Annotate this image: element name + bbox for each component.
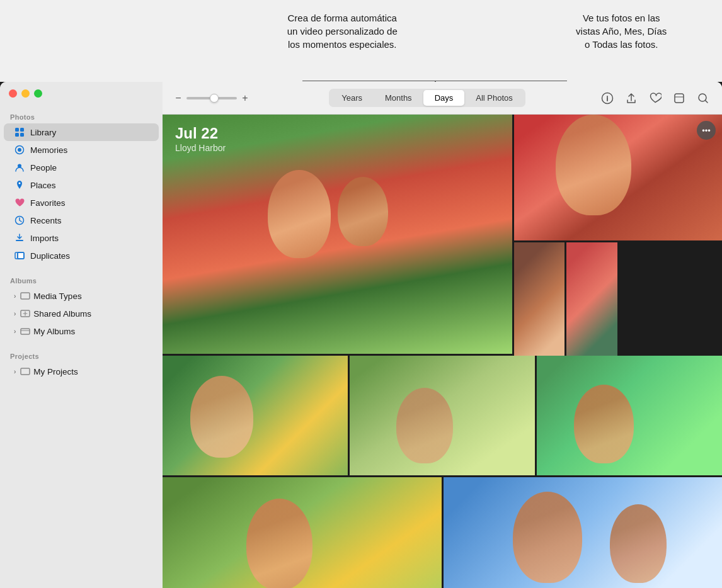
chevron-icon: › xyxy=(14,368,16,375)
day-date: Jul 22 xyxy=(175,125,226,143)
day-location: Lloyd Harbor xyxy=(175,143,226,153)
photos-section-label: Photos xyxy=(0,107,163,123)
day-header: Jul 22 Lloyd Harbor xyxy=(175,125,226,153)
duplicates-icon xyxy=(14,250,25,261)
shared-albums-label: Shared Albums xyxy=(33,309,91,319)
chevron-icon: › xyxy=(14,328,16,335)
svg-rect-13 xyxy=(21,293,30,299)
places-icon xyxy=(14,179,25,191)
memories-label: Memories xyxy=(30,145,67,155)
svg-rect-9 xyxy=(16,240,23,241)
close-button[interactable] xyxy=(9,89,17,98)
svg-rect-11 xyxy=(18,252,24,259)
zoom-in-button[interactable]: + xyxy=(239,93,251,104)
favorites-label: Favorites xyxy=(30,198,66,208)
my-albums-icon xyxy=(20,325,31,337)
photo-cell-row3-1[interactable] xyxy=(163,477,442,588)
sidebar-item-recents[interactable]: Recents xyxy=(4,212,159,229)
sidebar-item-shared-albums[interactable]: › Shared Albums xyxy=(4,305,159,322)
toolbar: − + Years Months Days All Photos xyxy=(163,82,722,115)
sidebar-item-people[interactable]: People xyxy=(4,159,159,176)
photo-cell-row2-1[interactable] xyxy=(163,356,348,475)
shared-albums-icon xyxy=(20,308,31,319)
svg-point-5 xyxy=(18,148,21,152)
more-options-button[interactable]: ••• xyxy=(697,121,716,140)
sidebar-item-favorites[interactable]: Favorites xyxy=(4,194,159,212)
photo-cell-row3-2[interactable] xyxy=(444,477,723,588)
memories-button[interactable] xyxy=(670,89,688,107)
content-area: − + Years Months Days All Photos xyxy=(163,82,722,588)
albums-section-label: Albums xyxy=(0,271,163,287)
photo-cell-main[interactable]: Jul 22 Lloyd Harbor xyxy=(163,115,512,354)
heart-icon xyxy=(14,197,25,208)
zoom-out-button[interactable]: − xyxy=(173,93,184,104)
svg-rect-0 xyxy=(15,128,19,132)
zoom-controls: − + xyxy=(173,93,251,104)
photo-row-2 xyxy=(163,356,722,475)
svg-rect-1 xyxy=(20,128,24,132)
sidebar-item-library[interactable]: Library xyxy=(4,123,159,141)
sidebar-item-duplicates[interactable]: Duplicates xyxy=(4,247,159,264)
clock-icon xyxy=(14,215,25,226)
photo-row1-bottom-right xyxy=(514,242,617,356)
photo-row-1: Jul 22 Lloyd Harbor ••• xyxy=(163,115,722,354)
zoom-slider-thumb[interactable] xyxy=(210,94,219,103)
svg-point-7 xyxy=(19,183,21,184)
view-tab-group: Years Months Days All Photos xyxy=(329,89,525,107)
photo-row-3 xyxy=(163,477,722,588)
svg-rect-18 xyxy=(675,94,684,103)
photo-cell-row2-2[interactable] xyxy=(350,356,535,475)
tab-years[interactable]: Years xyxy=(330,90,374,106)
sidebar-item-imports[interactable]: Imports xyxy=(4,229,159,247)
svg-rect-3 xyxy=(20,133,24,137)
sidebar-item-places[interactable]: Places xyxy=(4,176,159,194)
photo-cell-small-2[interactable] xyxy=(566,242,617,356)
traffic-lights xyxy=(9,89,42,98)
tooltip-right: Ve tus fotos en lasvistas Año, Mes, Días… xyxy=(520,11,722,51)
my-projects-icon xyxy=(20,366,31,377)
projects-section-label: Projects xyxy=(0,346,163,363)
sidebar-item-media-types[interactable]: › Media Types xyxy=(4,287,159,305)
media-types-icon xyxy=(20,290,31,302)
sidebar-item-my-projects[interactable]: › My Projects xyxy=(4,363,159,380)
photo-cell-small-1[interactable] xyxy=(514,242,564,356)
search-button[interactable] xyxy=(694,89,712,107)
photo-row1-right: ••• xyxy=(514,115,722,354)
sidebar-item-memories[interactable]: Memories xyxy=(4,141,159,159)
sidebar: Photos Library Memories xyxy=(0,82,163,588)
tooltip-area: Crea de forma automáticaun video persona… xyxy=(0,0,722,82)
my-albums-label: My Albums xyxy=(33,327,75,336)
share-button[interactable] xyxy=(622,89,640,107)
zoom-slider[interactable] xyxy=(186,97,237,99)
tab-all-photos[interactable]: All Photos xyxy=(464,90,524,106)
imports-icon xyxy=(14,232,25,244)
grid-icon xyxy=(14,127,25,138)
my-projects-label: My Projects xyxy=(33,367,78,376)
places-label: Places xyxy=(30,181,56,190)
photo-cell-row2-3[interactable] xyxy=(537,356,722,475)
toolbar-actions xyxy=(599,89,712,107)
imports-label: Imports xyxy=(30,234,59,243)
favorite-button[interactable] xyxy=(646,89,664,107)
sidebar-item-my-albums[interactable]: › My Albums xyxy=(4,322,159,340)
chevron-icon: › xyxy=(14,293,16,300)
chevron-icon: › xyxy=(14,310,16,317)
tooltip-left: Crea de forma automáticaun video persona… xyxy=(176,11,508,51)
recents-label: Recents xyxy=(30,216,62,225)
tab-months[interactable]: Months xyxy=(374,90,423,106)
minimize-button[interactable] xyxy=(21,89,30,98)
library-label: Library xyxy=(30,128,56,137)
people-label: People xyxy=(30,163,57,172)
svg-rect-2 xyxy=(15,133,19,137)
fullscreen-button[interactable] xyxy=(34,89,42,98)
people-icon xyxy=(14,162,25,173)
main-window: Photos Library Memories xyxy=(0,82,722,588)
duplicates-label: Duplicates xyxy=(30,251,70,261)
photo-grid: Jul 22 Lloyd Harbor ••• xyxy=(163,115,722,588)
photo-cell-top-right[interactable]: ••• xyxy=(514,115,722,240)
info-button[interactable] xyxy=(599,89,616,107)
svg-rect-15 xyxy=(21,329,30,334)
svg-rect-16 xyxy=(21,368,30,375)
media-types-label: Media Types xyxy=(33,291,81,301)
tab-days[interactable]: Days xyxy=(423,90,465,106)
